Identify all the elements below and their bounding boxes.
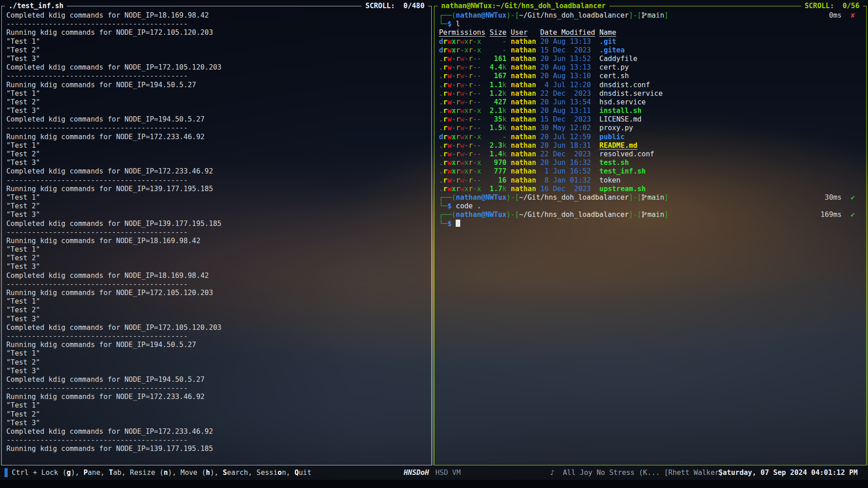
output-line: Running kdig commands for NODE_IP=172.23…: [6, 133, 427, 141]
output-line: Completed kdig commands for NODE_IP=172.…: [6, 324, 427, 332]
output-line: "Test 1": [6, 38, 427, 46]
output-line: "Test 1": [6, 297, 427, 306]
output-line: "Test 1": [6, 141, 427, 150]
file-row: drwxr-xr-x - nathan 15 Dec 2023 .gitea: [439, 46, 862, 55]
music-note-icon: ♪: [550, 469, 554, 477]
file-name: dnsdist.service: [599, 89, 663, 98]
command-status: 30ms✔: [825, 193, 855, 202]
output-line: "Test 2": [6, 306, 427, 314]
output-line: Completed kdig commands for NODE_IP=194.…: [6, 375, 427, 384]
pane-shell[interactable]: nathan@NWTux:~/Git/hns_doh_loadbalancer …: [434, 1, 867, 465]
border-segment: [67, 6, 362, 6]
left-pane-title-bar: ./test_inf.sh SCROLL: 0/480: [1, 1, 432, 10]
file-row: .rw-rw-r-- 4.4k nathan 20 Aug 13:13 cert…: [439, 63, 862, 72]
file-row: .rw-rw-r-- 1.5k nathan 30 May 12:02 prox…: [439, 124, 862, 132]
output-line: Completed kdig commands for NODE_IP=172.…: [6, 427, 427, 436]
file-row: .rw-rw-r-- 427 nathan 20 Jun 13:54 hsd.s…: [439, 98, 862, 107]
output-line: "Test 1": [6, 349, 427, 358]
file-row: drwxrwxr-x - nathan 20 Jul 12:59 public: [439, 133, 862, 141]
shell-prompt: ┌──(nathan@NWTux)-[~/Git/hns_doh_loadbal…: [439, 193, 862, 202]
output-line: Completed kdig commands for NODE_IP=172.…: [6, 63, 427, 72]
file-row: .rwxrwxr-x 1.7k nathan 16 Dec 2023 upstr…: [439, 185, 862, 193]
file-name: cert.py: [599, 63, 629, 71]
pane-test-script[interactable]: ./test_inf.sh SCROLL: 0/480 Completed kd…: [1, 1, 432, 465]
shell-prompt: ┌──(nathan@NWTux)-[~/Git/hns_doh_loadbal…: [439, 11, 862, 20]
output-line: Running kdig commands for NODE_IP=139.17…: [6, 185, 427, 193]
output-line: "Test 1": [6, 193, 427, 202]
output-line: "Test 2": [6, 358, 427, 367]
output-line: ----------------------------------------…: [6, 280, 427, 289]
file-name: upstream.sh: [599, 185, 646, 193]
right-pane-title-bar: nathan@NWTux:~/Git/hns_doh_loadbalancer …: [434, 1, 867, 10]
output-line: Running kdig commands for NODE_IP=139.17…: [6, 445, 427, 453]
right-pane-title: nathan@NWTux:~/Git/hns_doh_loadbalancer: [438, 2, 609, 10]
output-line: Running kdig commands for NODE_IP=172.23…: [6, 393, 427, 401]
output-line: "Test 3": [6, 107, 427, 115]
output-line: "Test 2": [6, 150, 427, 159]
pane-container: ./test_inf.sh SCROLL: 0/480 Completed kd…: [0, 0, 868, 465]
file-row: .rw-rw-r-- 16 nathan 8 Jan 01:32 token: [439, 176, 862, 185]
git-branch-icon: [642, 12, 647, 19]
output-line: ----------------------------------------…: [6, 332, 427, 341]
output-line: "Test 3": [6, 211, 427, 219]
output-line: Running kdig commands for NODE_IP=194.50…: [6, 81, 427, 89]
right-pane-scroll-indicator: SCROLL: 0/56: [801, 2, 863, 10]
file-row: .rw-rw-r-- 1.1k nathan 4 Jul 12:20 dnsdi…: [439, 81, 862, 89]
output-line: ----------------------------------------…: [6, 176, 427, 185]
file-row: .rwxrwxr-x 2.1k nathan 20 Aug 13:11 inst…: [439, 107, 862, 115]
git-branch-icon: [642, 194, 647, 201]
output-line: Running kdig commands for NODE_IP=172.10…: [6, 28, 427, 37]
file-row: .rw-rw-r-- 2.3k nathan 20 Jun 18:31 READ…: [439, 141, 862, 150]
output-line: Completed kdig commands for NODE_IP=18.1…: [6, 272, 427, 280]
file-name: Caddyfile: [599, 55, 637, 63]
file-name: README.md: [599, 141, 637, 150]
command-line: └─$: [439, 220, 862, 228]
file-row: .rw-rw-r-- 161 nathan 20 Jun 13:52 Caddy…: [439, 55, 862, 63]
output-line: Running kdig commands for NODE_IP=172.10…: [6, 289, 427, 297]
file-name: proxy.py: [599, 124, 633, 132]
keybind-hints: Ctrl + Lock (g), Pane, Tab, Resize (n), …: [12, 469, 311, 477]
script-output-area[interactable]: Completed kdig commands for NODE_IP=18.1…: [1, 1, 432, 465]
output-line: "Test 3": [6, 315, 427, 324]
output-line: ----------------------------------------…: [6, 436, 427, 445]
command-line: └─$ code .: [439, 202, 862, 211]
output-line: "Test 2": [6, 202, 427, 211]
output-line: "Test 2": [6, 46, 427, 55]
file-name: cert.sh: [599, 72, 629, 80]
left-pane-title: ./test_inf.sh: [5, 2, 67, 10]
output-line: Running kdig commands for NODE_IP=18.169…: [6, 237, 427, 245]
command-status: 0ms✘: [829, 11, 855, 20]
shell-area[interactable]: ┌──(nathan@NWTux)-[~/Git/hns_doh_loadbal…: [434, 1, 867, 465]
zellij-session: ./test_inf.sh SCROLL: 0/480 Completed kd…: [0, 0, 868, 488]
mode-indicator: [5, 468, 8, 477]
file-name: LICENSE.md: [599, 115, 642, 123]
file-name: install.sh: [599, 107, 642, 115]
border-segment: [434, 6, 438, 6]
output-line: "Test 3": [6, 419, 427, 427]
ls-header-row: Permissions Size User Date Modified Name: [439, 28, 862, 37]
output-line: "Test 1": [6, 89, 427, 98]
file-name: dnsdist.conf: [599, 81, 650, 89]
file-name: token: [599, 176, 621, 184]
output-line: Completed kdig commands for NODE_IP=172.…: [6, 167, 427, 176]
output-line: ----------------------------------------…: [6, 384, 427, 393]
file-name: hsd.service: [599, 98, 646, 106]
output-line: "Test 2": [6, 410, 427, 419]
output-line: ----------------------------------------…: [6, 72, 427, 80]
file-row: .rwxrwxr-x 970 nathan 20 Jun 16:32 test.…: [439, 159, 862, 167]
border-segment: [1, 6, 5, 6]
session-name: HNSDoH: [404, 469, 429, 477]
command-status: 169ms✔: [821, 211, 855, 219]
git-branch-icon: [642, 211, 647, 218]
file-name: resolved.conf: [599, 150, 654, 158]
border-segment: [609, 6, 801, 6]
command-line: └─$ l: [439, 20, 862, 28]
output-line: "Test 1": [6, 401, 427, 410]
file-row: .rwxrwxr-x 777 nathan 1 Jun 16:52 test_i…: [439, 167, 862, 176]
border-segment: [428, 6, 432, 6]
file-name: test_inf.sh: [599, 167, 646, 175]
file-row: .rw-rw-r-- 167 nathan 20 Aug 13:10 cert.…: [439, 72, 862, 80]
host-label: HSD VM: [435, 469, 461, 477]
output-line: ----------------------------------------…: [6, 20, 427, 28]
output-line: Running kdig commands for NODE_IP=194.50…: [6, 341, 427, 349]
